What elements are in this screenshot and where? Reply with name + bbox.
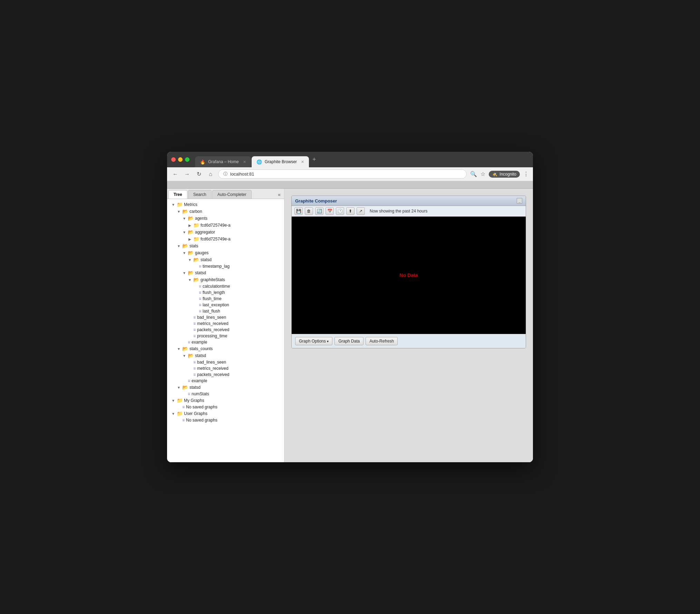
tree-label: stats_counts: [189, 346, 213, 351]
left-panel: Tree Search Auto-Completer « ▼ 📁 Metrics…: [167, 189, 284, 462]
graph-options-button[interactable]: Graph Options ▾: [295, 337, 332, 345]
tree-item-flush-length[interactable]: ≡ flush_length: [168, 289, 283, 296]
calendar-button[interactable]: 📅: [325, 207, 334, 215]
title-bar: 🔥 Grafana – Home ✕ 🌐 Graphite Browser ✕ …: [167, 152, 533, 167]
composer-panel: Graphite Composer _ 💾 🗑 🔄 📅 🕐 ⬆ ↗ Now sh…: [291, 196, 526, 348]
maximize-button[interactable]: [185, 157, 189, 162]
tree-item-stats[interactable]: ▼ 📂 stats: [168, 242, 283, 249]
tree-item-user-graphs[interactable]: ▼ 📁 User Graphs: [168, 410, 283, 417]
url-field[interactable]: ⓘ localhost:81: [218, 169, 467, 179]
delete-graph-button[interactable]: 🗑: [305, 207, 313, 215]
tab-search[interactable]: Search: [188, 190, 212, 199]
tree-item-gauges[interactable]: ▼ 📂 gauges: [168, 249, 283, 256]
tree-item-timestamp-lag[interactable]: ≡ timestamp_lag: [168, 263, 283, 269]
tab-graphite-close[interactable]: ✕: [301, 160, 304, 164]
tree-item-agents-hash[interactable]: ▶ 📁 fcd6d725749e-a: [168, 222, 283, 229]
metric-icon: ≡: [193, 315, 196, 320]
tree-item-numstats[interactable]: ≡ numStats: [168, 391, 283, 397]
composer-header: Graphite Composer _: [292, 196, 526, 206]
search-icon[interactable]: 🔍: [470, 171, 477, 177]
tab-graphite-label: Graphite Browser: [265, 159, 297, 164]
tree-label: Metrics: [184, 202, 197, 207]
tree-item-processing-time[interactable]: ≡ processing_time: [168, 333, 283, 339]
tree-item-gauges-statsd[interactable]: ▼ 📂 statsd: [168, 256, 283, 263]
tree-item-last-exception[interactable]: ≡ last_exception: [168, 302, 283, 308]
right-panel: Graphite Composer _ 💾 🗑 🔄 📅 🕐 ⬆ ↗ Now sh…: [284, 189, 533, 462]
tree-item-statsd[interactable]: ▼ 📂 statsd: [168, 269, 283, 276]
tree-item-stats-counts[interactable]: ▼ 📂 stats_counts: [168, 345, 283, 352]
tab-graphite[interactable]: 🌐 Graphite Browser ✕: [252, 156, 309, 167]
back-button[interactable]: ←: [171, 171, 179, 177]
tree-item-sc-bad-lines[interactable]: ≡ bad_lines_seen: [168, 359, 283, 365]
new-tab-button[interactable]: +: [310, 156, 319, 163]
tab-grafana-close[interactable]: ✕: [243, 160, 246, 164]
toggle-icon: ▼: [182, 251, 186, 255]
panel-collapse-button[interactable]: «: [276, 192, 283, 197]
toggle-icon: ▼: [177, 347, 181, 351]
reload-button[interactable]: ↻: [195, 171, 203, 177]
upload-button[interactable]: ⬆: [346, 207, 354, 215]
save-graph-button[interactable]: 💾: [294, 207, 303, 215]
tree-label: statsd: [189, 385, 201, 390]
tree-item-last-flush[interactable]: ≡ last_flush: [168, 308, 283, 314]
tree-label: bad_lines_seen: [197, 315, 226, 320]
folder-icon: 📁: [177, 398, 183, 403]
auto-refresh-button[interactable]: Auto-Refresh: [366, 337, 398, 345]
toggle-icon: ▼: [171, 399, 175, 403]
tree-item-sc-metrics-received[interactable]: ≡ metrics_received: [168, 365, 283, 372]
share-button[interactable]: ↗: [357, 207, 365, 215]
tree-item-graphitestats[interactable]: ▼ 📂 graphiteStats: [168, 276, 283, 283]
tree-item-aggregator[interactable]: ▼ 📂 aggregator: [168, 229, 283, 236]
tab-grafana[interactable]: 🔥 Grafana – Home ✕: [195, 156, 251, 167]
refresh-button[interactable]: 🔄: [315, 207, 323, 215]
tab-auto-completer[interactable]: Auto-Completer: [212, 190, 252, 199]
tree-item-aggregator-hash[interactable]: ▶ 📁 fcd6d725749e-a: [168, 236, 283, 242]
graph-area: No Data: [292, 217, 526, 334]
toggle-icon: ▶: [188, 224, 192, 227]
close-button[interactable]: [171, 157, 176, 162]
bookmark-icon[interactable]: ☆: [480, 171, 485, 177]
more-menu-icon[interactable]: ⋮: [523, 171, 529, 177]
incognito-button[interactable]: 🕵 Incognito: [489, 171, 520, 178]
tree-item-calculationtime[interactable]: ≡ calculationtime: [168, 283, 283, 289]
folder-icon: 📂: [182, 346, 188, 351]
tree-item-stats-example[interactable]: ≡ example: [168, 339, 283, 345]
tree-item-sc-example[interactable]: ≡ example: [168, 378, 283, 384]
incognito-icon: 🕵: [492, 172, 497, 177]
composer-minimize-button[interactable]: _: [517, 198, 522, 204]
tree-item-agents[interactable]: ▼ 📂 agents: [168, 215, 283, 222]
tree-label: User Graphs: [184, 411, 207, 416]
tab-tree[interactable]: Tree: [168, 190, 187, 199]
tree-item-packets-received[interactable]: ≡ packets_received: [168, 327, 283, 333]
tab-bar: 🔥 Grafana – Home ✕ 🌐 Graphite Browser ✕ …: [195, 152, 319, 167]
folder-icon: 📁: [193, 236, 199, 242]
tree-item-bad-lines-seen[interactable]: ≡ bad_lines_seen: [168, 314, 283, 320]
metric-icon: ≡: [182, 418, 185, 423]
tree-item-carbon[interactable]: ▼ 📂 carbon: [168, 208, 283, 215]
toggle-icon: ▶: [188, 237, 192, 241]
home-button[interactable]: ⌂: [206, 171, 215, 177]
clock-button[interactable]: 🕐: [336, 207, 344, 215]
tree-label: agents: [195, 216, 207, 221]
tree-label: statsd: [195, 270, 206, 275]
metric-icon: ≡: [199, 309, 201, 314]
tree-item-sc-packets-received[interactable]: ≡ packets_received: [168, 372, 283, 378]
tree-label: numStats: [192, 392, 209, 396]
tree-item-metrics[interactable]: ▼ 📁 Metrics: [168, 201, 283, 208]
tree-item-metrics-received[interactable]: ≡ metrics_received: [168, 320, 283, 327]
folder-icon: 📂: [188, 250, 194, 256]
browser-window: 🔥 Grafana – Home ✕ 🌐 Graphite Browser ✕ …: [167, 152, 533, 462]
graphite-icon: 🌐: [256, 159, 262, 165]
folder-icon: 📂: [193, 277, 199, 283]
graph-data-button[interactable]: Graph Data: [334, 337, 363, 345]
minimize-button[interactable]: [178, 157, 183, 162]
tree-item-sc-statsd[interactable]: ▼ 📂 statsd: [168, 352, 283, 359]
incognito-label: Incognito: [499, 172, 516, 177]
forward-button[interactable]: →: [183, 171, 191, 177]
toggle-icon: ▼: [177, 386, 181, 389]
folder-icon: 📁: [193, 222, 199, 228]
folder-icon: 📁: [177, 411, 183, 416]
tree-item-statsd-root[interactable]: ▼ 📂 statsd: [168, 384, 283, 391]
tree-item-flush-time[interactable]: ≡ flush_time: [168, 296, 283, 302]
tree-item-my-graphs[interactable]: ▼ 📁 My Graphs: [168, 397, 283, 404]
